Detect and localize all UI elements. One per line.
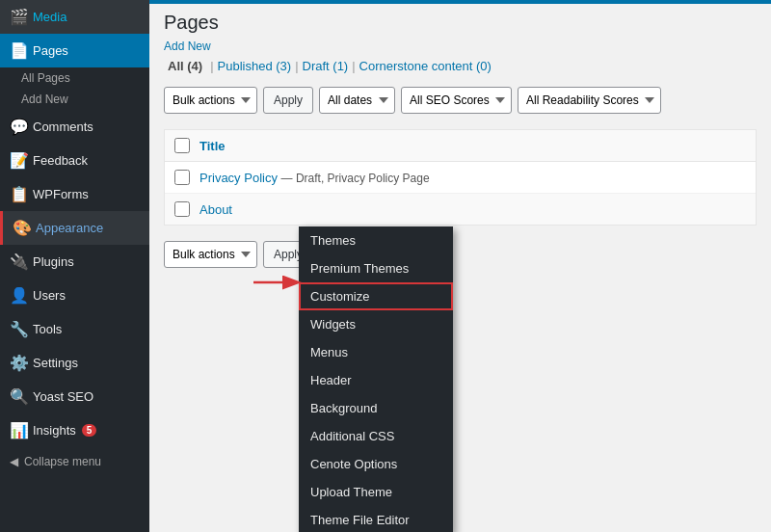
pages-icon: 📄 [10, 41, 27, 60]
sidebar-item-media[interactable]: 🎬 Media [0, 0, 149, 34]
apply-button[interactable]: Apply [263, 87, 313, 114]
sidebar-label-pages: Pages [33, 43, 68, 58]
dropdown-background[interactable]: Background [299, 394, 453, 422]
appearance-dropdown: Themes Premium Themes Customize Widgets … [299, 226, 453, 532]
sidebar-item-feedback[interactable]: 📝 Feedback [0, 144, 149, 177]
sidebar-item-plugins[interactable]: 🔌 Plugins [0, 245, 149, 279]
dropdown-customize[interactable]: Customize [299, 282, 453, 310]
add-new-link[interactable]: Add New [164, 40, 211, 53]
filter-links: All (4) | Published (3) | Draft (1) | Co… [164, 59, 757, 73]
table-row: About [165, 194, 756, 225]
insights-badge: 5 [82, 424, 97, 437]
filter-nav: All (4) | Published (3) | Draft (1) | Co… [149, 53, 771, 73]
sidebar-label-plugins: Plugins [33, 254, 74, 269]
plugins-icon: 🔌 [10, 253, 27, 271]
filter-published[interactable]: Published (3) [218, 59, 292, 73]
dropdown-widgets[interactable]: Widgets [299, 310, 453, 338]
sidebar-item-add-new[interactable]: Add New [0, 89, 149, 110]
sidebar-item-yoast-seo[interactable]: 🔍 Yoast SEO [0, 380, 149, 413]
sidebar-item-pages[interactable]: 📄 Pages [0, 34, 149, 67]
sidebar-item-tools[interactable]: 🔧 Tools [0, 312, 149, 346]
appearance-icon: 🎨 [13, 219, 30, 237]
row1-title[interactable]: Privacy Policy [199, 171, 278, 185]
sidebar-item-settings[interactable]: ⚙️ Settings [0, 346, 149, 380]
dropdown-premium-themes[interactable]: Premium Themes [299, 254, 453, 282]
row2-title[interactable]: About [199, 202, 232, 217]
dates-select[interactable]: All dates [319, 87, 395, 114]
sidebar-item-wpforms[interactable]: 📋 WPForms [0, 177, 149, 211]
sidebar-label-media: Media [33, 10, 66, 24]
bulk-actions-select[interactable]: Bulk actions [164, 87, 257, 114]
filter-draft[interactable]: Draft (1) [303, 59, 349, 73]
users-icon: 👤 [10, 286, 27, 305]
collapse-label: Collapse menu [24, 455, 101, 468]
dropdown-theme-file-editor[interactable]: Theme File Editor [299, 506, 453, 532]
dropdown-menus[interactable]: Menus [299, 338, 453, 366]
dropdown-additional-css[interactable]: Additional CSS [299, 422, 453, 450]
row1-detail: — Draft, Privacy Policy Page [281, 172, 430, 185]
readability-select[interactable]: All Readability Scores [518, 87, 661, 114]
sidebar-label-yoast: Yoast SEO [33, 389, 93, 404]
feedback-icon: 📝 [10, 151, 27, 170]
bottom-filter-row: Bulk actions Apply [149, 235, 771, 274]
settings-icon: ⚙️ [10, 354, 27, 372]
seo-scores-select[interactable]: All SEO Scores [401, 87, 512, 114]
dropdown-upload-theme[interactable]: Upload Theme [299, 478, 453, 506]
dropdown-header[interactable]: Header [299, 366, 453, 394]
sidebar-item-appearance[interactable]: 🎨 Appearance [0, 211, 149, 245]
sidebar: 🎬 Media 📄 Pages All Pages Add New 💬 Comm… [0, 0, 149, 532]
select-all-checkbox[interactable] [174, 138, 190, 153]
sidebar-label-feedback: Feedback [33, 153, 88, 168]
dropdown-cenote-options[interactable]: Cenote Options [299, 450, 453, 478]
sidebar-label-insights: Insights [33, 423, 76, 438]
table-row: Privacy Policy — Draft, Privacy Policy P… [165, 162, 756, 194]
filter-all[interactable]: All (4) [168, 59, 202, 73]
bottom-bulk-select[interactable]: Bulk actions [164, 241, 257, 268]
collapse-icon: ◀ [10, 455, 18, 468]
table-header-row: Title [165, 130, 756, 162]
sidebar-item-all-pages[interactable]: All Pages [0, 67, 149, 89]
collapse-menu[interactable]: ◀ Collapse menu [0, 447, 149, 476]
sidebar-item-insights[interactable]: 📊 Insights 5 [0, 413, 149, 447]
page-header: Pages Add New [149, 4, 771, 53]
sidebar-item-comments[interactable]: 💬 Comments [0, 110, 149, 144]
insights-icon: 📊 [10, 421, 27, 439]
sidebar-label-comments: Comments [33, 120, 93, 134]
sidebar-label-tools: Tools [33, 322, 62, 336]
wpforms-icon: 📋 [10, 185, 27, 203]
sidebar-item-users[interactable]: 👤 Users [0, 279, 149, 312]
yoast-icon: 🔍 [10, 387, 27, 406]
row2-checkbox[interactable] [174, 201, 190, 217]
dropdown-themes[interactable]: Themes [299, 226, 453, 254]
tools-icon: 🔧 [10, 320, 27, 338]
sidebar-label-settings: Settings [33, 356, 78, 370]
sidebar-label-wpforms: WPForms [33, 187, 89, 201]
sidebar-label-add-new: Add New [21, 93, 68, 106]
sidebar-label-users: Users [33, 288, 66, 303]
filter-row: Bulk actions Apply All dates All SEO Sco… [149, 81, 771, 120]
comments-icon: 💬 [10, 118, 27, 136]
media-icon: 🎬 [10, 8, 27, 26]
page-title: Pages [164, 12, 757, 34]
sidebar-label-appearance: Appearance [36, 221, 103, 235]
title-column-header[interactable]: Title [199, 139, 226, 153]
pages-table: Title Privacy Policy — Draft, Privacy Po… [164, 129, 757, 226]
sidebar-label-all-pages: All Pages [21, 71, 70, 85]
filter-cornerstone[interactable]: Cornerstone content (0) [359, 59, 492, 73]
row1-checkbox[interactable] [174, 170, 190, 185]
